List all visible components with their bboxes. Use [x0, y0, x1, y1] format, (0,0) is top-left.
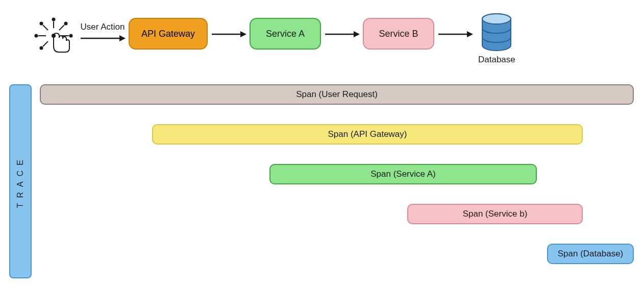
span-label: Span (API Gateway) [328, 129, 407, 139]
span-database: Span (Database) [547, 244, 634, 264]
svg-line-7 [43, 25, 48, 30]
svg-point-4 [65, 22, 67, 25]
svg-line-3 [59, 25, 64, 30]
database-label: Database [478, 55, 515, 65]
span-service-b: Span (Service b) [407, 204, 583, 224]
trace-sidebar: TRACE [9, 84, 32, 278]
svg-point-22 [482, 14, 511, 24]
arrow-3 [437, 29, 473, 39]
node-label: API Gateway [141, 29, 195, 39]
database-icon [479, 13, 514, 53]
span-user-request: Span (User Request) [40, 84, 634, 105]
span-label: Span (Service b) [463, 209, 528, 219]
node-service-a: Service A [250, 18, 321, 50]
span-api-gateway: Span (API Gateway) [152, 124, 583, 145]
trace-label: TRACE [16, 155, 25, 208]
spans-timeline: Span (User Request) Span (API Gateway) S… [40, 84, 634, 278]
svg-point-12 [40, 47, 43, 50]
arrow-label-user-action: User Action [81, 22, 125, 32]
svg-point-2 [53, 18, 55, 21]
svg-marker-20 [467, 31, 473, 37]
svg-point-8 [40, 22, 43, 25]
flow-diagram: User Action API Gateway Service A Servic… [31, 13, 634, 69]
svg-point-6 [70, 35, 72, 37]
arrow-2 [324, 29, 360, 39]
arrow-user-action: User Action [80, 22, 126, 43]
svg-line-23 [486, 32, 489, 33]
span-label: Span (Service A) [370, 169, 436, 179]
svg-point-10 [35, 35, 38, 37]
svg-line-24 [486, 41, 489, 42]
span-label: Span (User Request) [296, 89, 378, 100]
touch-icon [31, 15, 77, 59]
span-label: Span (Database) [558, 249, 624, 259]
svg-marker-18 [354, 31, 360, 37]
svg-marker-16 [240, 31, 246, 37]
node-api-gateway: API Gateway [129, 18, 208, 50]
node-label: Service A [266, 29, 305, 39]
arrow-1 [211, 29, 246, 39]
svg-line-11 [43, 41, 48, 46]
svg-marker-14 [119, 35, 126, 41]
node-service-b: Service B [363, 18, 434, 50]
database-icon-wrap: Database [478, 13, 515, 65]
node-label: Service B [379, 29, 418, 39]
span-service-a: Span (Service A) [269, 164, 537, 184]
